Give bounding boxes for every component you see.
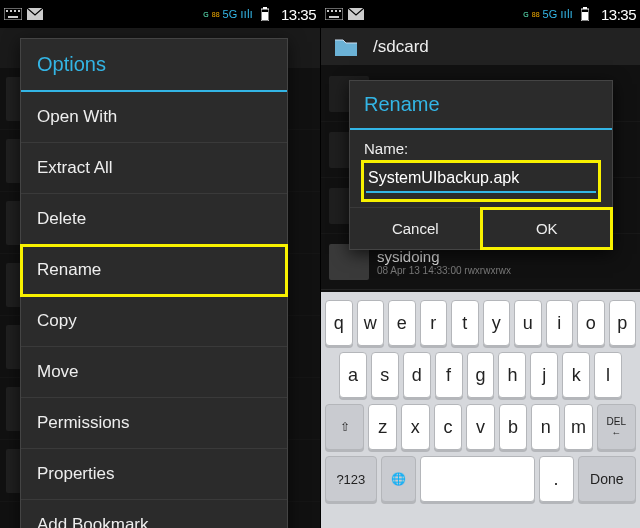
key-h[interactable]: h: [498, 352, 526, 398]
kb-row-2: a s d f g h j k l: [325, 352, 636, 398]
key-k[interactable]: k: [562, 352, 590, 398]
key-t[interactable]: t: [451, 300, 479, 346]
option-move[interactable]: Move: [21, 347, 287, 398]
clock: 13:35: [601, 6, 636, 23]
del-label: DEL: [607, 416, 626, 427]
svg-rect-1: [6, 10, 8, 12]
key-s[interactable]: s: [371, 352, 399, 398]
mail-status-icon: [347, 7, 365, 21]
kbps-label: 88: [532, 11, 540, 18]
rename-dialog: Rename Name: Cancel OK: [349, 80, 613, 250]
key-language[interactable]: 🌐: [381, 456, 416, 502]
key-d[interactable]: d: [403, 352, 431, 398]
left-phone: G 88 5G ıılı 13:35 Options Open With Ext…: [0, 0, 320, 528]
ok-button[interactable]: OK: [481, 208, 613, 249]
key-l[interactable]: l: [594, 352, 622, 398]
del-arrow-icon: ←: [611, 427, 621, 438]
keyboard-status-icon: [4, 7, 22, 21]
cancel-button[interactable]: Cancel: [350, 208, 481, 249]
options-dialog: Options Open With Extract All Delete Ren…: [20, 38, 288, 528]
svg-rect-12: [331, 10, 333, 12]
key-symbols[interactable]: ?123: [325, 456, 377, 502]
svg-rect-15: [329, 16, 339, 18]
right-phone: G 88 5G ıılı 13:35 /sdcard sysidoing 08 …: [320, 0, 640, 528]
key-o[interactable]: o: [577, 300, 605, 346]
keyboard-status-icon: [325, 7, 343, 21]
key-q[interactable]: q: [325, 300, 353, 346]
path-bar: /sdcard: [321, 28, 640, 66]
svg-rect-13: [335, 10, 337, 12]
key-e[interactable]: e: [388, 300, 416, 346]
path-title: /sdcard: [373, 37, 429, 57]
key-j[interactable]: j: [530, 352, 558, 398]
sdcard-icon: [329, 33, 363, 61]
key-delete[interactable]: DEL ←: [597, 404, 636, 450]
rename-title: Rename: [350, 81, 612, 130]
signal-icon: ıılı: [240, 7, 253, 21]
options-list: Open With Extract All Delete Rename Copy…: [21, 92, 287, 528]
key-b[interactable]: b: [499, 404, 528, 450]
svg-rect-2: [10, 10, 12, 12]
kb-row-1: q w e r t y u i o p: [325, 300, 636, 346]
svg-rect-0: [4, 8, 22, 20]
key-space[interactable]: [420, 456, 535, 502]
option-rename[interactable]: Rename: [21, 245, 287, 296]
option-properties[interactable]: Properties: [21, 449, 287, 500]
svg-rect-18: [583, 7, 587, 9]
svg-rect-3: [14, 10, 16, 12]
rename-field-label: Name:: [364, 140, 598, 157]
status-bar: G 88 5G ıılı 13:35: [321, 0, 640, 28]
option-add-bookmark[interactable]: Add Bookmark: [21, 500, 287, 528]
battery-icon: [576, 7, 594, 21]
key-i[interactable]: i: [546, 300, 574, 346]
signal-icon: ıılı: [560, 7, 573, 21]
svg-rect-11: [327, 10, 329, 12]
option-open-with[interactable]: Open With: [21, 92, 287, 143]
rename-input[interactable]: [366, 165, 596, 193]
svg-rect-8: [263, 7, 267, 9]
net-g-label: G: [203, 11, 208, 18]
key-p[interactable]: p: [609, 300, 637, 346]
net-5g-label: 5G: [543, 11, 558, 18]
key-x[interactable]: x: [401, 404, 430, 450]
rename-field-highlight: [364, 163, 598, 199]
key-f[interactable]: f: [435, 352, 463, 398]
key-m[interactable]: m: [564, 404, 593, 450]
soft-keyboard: q w e r t y u i o p a s d f g h j k l ⇧ …: [321, 292, 640, 528]
net-5g-label: 5G: [223, 11, 238, 18]
net-g-label: G: [523, 11, 528, 18]
kbps-label: 88: [212, 11, 220, 18]
key-y[interactable]: y: [483, 300, 511, 346]
key-u[interactable]: u: [514, 300, 542, 346]
svg-rect-5: [8, 16, 18, 18]
key-r[interactable]: r: [420, 300, 448, 346]
option-extract-all[interactable]: Extract All: [21, 143, 287, 194]
svg-rect-4: [18, 10, 20, 12]
key-c[interactable]: c: [434, 404, 463, 450]
key-shift[interactable]: ⇧: [325, 404, 364, 450]
key-n[interactable]: n: [531, 404, 560, 450]
svg-rect-14: [339, 10, 341, 12]
clock: 13:35: [281, 6, 316, 23]
file-name: sysidoing: [377, 248, 511, 265]
option-delete[interactable]: Delete: [21, 194, 287, 245]
status-bar: G 88 5G ıılı 13:35: [0, 0, 320, 28]
svg-rect-9: [262, 12, 268, 20]
key-a[interactable]: a: [339, 352, 367, 398]
kb-row-4: ?123 🌐 . Done: [325, 456, 636, 502]
options-title: Options: [21, 39, 287, 92]
svg-rect-19: [582, 12, 588, 20]
key-period[interactable]: .: [539, 456, 574, 502]
key-w[interactable]: w: [357, 300, 385, 346]
key-g[interactable]: g: [467, 352, 495, 398]
kb-row-3: ⇧ z x c v b n m DEL ←: [325, 404, 636, 450]
option-copy[interactable]: Copy: [21, 296, 287, 347]
key-done[interactable]: Done: [578, 456, 636, 502]
key-v[interactable]: v: [466, 404, 495, 450]
battery-icon: [256, 7, 274, 21]
svg-rect-10: [325, 8, 343, 20]
key-z[interactable]: z: [368, 404, 397, 450]
file-meta: 08 Apr 13 14:33:00 rwxrwxrwx: [377, 265, 511, 276]
mail-status-icon: [26, 7, 44, 21]
option-permissions[interactable]: Permissions: [21, 398, 287, 449]
